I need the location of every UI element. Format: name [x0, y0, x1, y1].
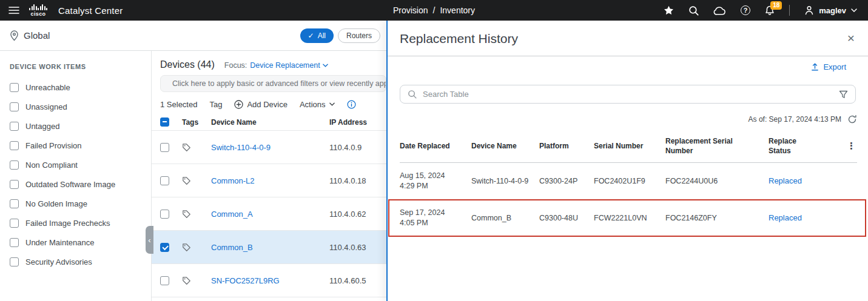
site-bar: Global ✓ All Routers — [0, 21, 386, 51]
checkbox[interactable] — [10, 219, 19, 228]
filter-funnel-icon[interactable] — [839, 90, 848, 99]
device-name: Switch-110-4-0-9 — [471, 176, 539, 187]
sidebar-item-unassigned[interactable]: Unassigned — [10, 97, 145, 116]
checkbox[interactable] — [10, 102, 19, 111]
favorites-star-icon[interactable] — [664, 5, 674, 15]
checkbox[interactable] — [10, 257, 19, 266]
col-date-replaced: Date Replaced — [400, 141, 471, 151]
toggle-all-button[interactable]: ✓ All — [300, 28, 334, 43]
selected-count: 1 Selected — [160, 100, 197, 109]
sidebar-item-unreachable[interactable]: Unreachable — [10, 78, 145, 97]
device-ip: 110.4.0.63 — [329, 243, 386, 252]
collapse-chevron-icon: ‹ — [148, 236, 150, 245]
site-selector[interactable]: Global — [10, 30, 50, 41]
device-name-link[interactable]: SN-FOC2527L9RG — [211, 276, 329, 285]
info-icon[interactable] — [347, 100, 356, 109]
user-icon — [804, 5, 814, 15]
help-icon[interactable]: ? — [741, 5, 750, 15]
history-table-header: Date Replaced Device Name Platform Seria… — [400, 131, 857, 163]
cloud-icon[interactable] — [713, 6, 726, 15]
checkbox[interactable] — [10, 238, 19, 247]
sidebar-item-security-advisories[interactable]: Security Advisories — [10, 252, 145, 271]
device-filter-bar[interactable]: Click here to apply basic or advanced fi… — [160, 75, 386, 92]
row-checkbox[interactable] — [160, 276, 169, 285]
sidebar-item-untagged[interactable]: Untagged — [10, 116, 145, 136]
tag-action[interactable]: Tag — [209, 100, 222, 109]
tag-icon — [182, 210, 211, 219]
notification-count-badge: 18 — [770, 1, 782, 10]
platform: C9300-48U — [539, 213, 594, 223]
toggle-routers-label: Routers — [346, 31, 372, 40]
devices-table: Tags Device Name IP Address Switch-110-4… — [152, 114, 386, 297]
tag-action-label: Tag — [209, 100, 222, 109]
sidebar-item-failed-image-prechecks[interactable]: Failed Image Prechecks — [10, 213, 145, 233]
menu-icon[interactable] — [8, 6, 19, 15]
device-name: Common_B — [471, 213, 539, 223]
sidebar-item-non-compliant[interactable]: Non Compliant — [10, 155, 145, 174]
header-left: cisco Catalyst Center — [0, 4, 123, 17]
product-title: Catalyst Center — [58, 5, 123, 16]
checkbox[interactable] — [10, 141, 19, 150]
checkbox[interactable] — [10, 199, 19, 208]
device-ip: 110.4.0.18 — [329, 176, 386, 185]
replace-status-link[interactable]: Replaced — [769, 176, 827, 187]
focus-dropdown[interactable]: Device Replacement — [250, 61, 328, 70]
add-device-button[interactable]: Add Device — [234, 100, 287, 109]
col-platform: Platform — [539, 141, 594, 151]
breadcrumb-separator: / — [433, 5, 436, 15]
checkbox[interactable] — [10, 83, 19, 92]
row-checkbox[interactable] — [160, 210, 169, 219]
sidebar-item-outdated-software-image[interactable]: Outdated Software Image — [10, 174, 145, 194]
row-checkbox[interactable] — [160, 176, 169, 185]
serial-number: FCW2221L0VN — [594, 213, 665, 223]
export-button[interactable]: Export — [810, 62, 846, 71]
sidebar-item-label: Failed Provision — [25, 141, 82, 150]
row-checkbox[interactable] — [160, 243, 169, 252]
checkbox[interactable] — [10, 122, 19, 131]
sidebar-item-failed-provision[interactable]: Failed Provision — [10, 136, 145, 155]
user-menu[interactable]: maglev — [804, 5, 857, 15]
col-ip-address: IP Address — [329, 118, 386, 127]
checkbox[interactable] — [10, 180, 19, 189]
export-row: Export — [388, 56, 868, 71]
replace-status-link[interactable]: Replaced — [769, 213, 827, 223]
toggle-routers-button[interactable]: Routers — [338, 28, 380, 43]
sidebar-item-label: Failed Image Prechecks — [25, 219, 110, 228]
sidebar-item-under-maintenance[interactable]: Under Maintenance — [10, 233, 145, 252]
device-name-link[interactable]: Common_A — [211, 210, 329, 219]
devices-title: Devices (44) — [160, 59, 215, 70]
column-options-icon[interactable]: ⋮ — [847, 141, 857, 151]
username: maglev — [819, 6, 846, 15]
toggle-all-label: All — [318, 31, 326, 40]
table-search-input[interactable] — [423, 90, 833, 99]
help-question-glyph: ? — [741, 5, 750, 15]
focus-selector: Focus: Device Replacement — [224, 61, 328, 70]
refresh-icon[interactable] — [847, 114, 857, 124]
checkbox[interactable] — [10, 160, 19, 170]
table-row: Switch-110-4-0-9 110.4.0.9 — [152, 131, 386, 164]
row-checkbox[interactable] — [160, 143, 169, 152]
breadcrumb-inventory[interactable]: Inventory — [440, 5, 475, 15]
as-of-row: As of: Sep 17, 2024 4:13 PM — [388, 114, 857, 124]
search-icon[interactable] — [688, 5, 699, 16]
device-ip: 110.4.0.9 — [329, 143, 386, 152]
date-replaced: Sep 17, 2024 4:05 PM — [400, 208, 471, 228]
device-name-link[interactable]: Common-L2 — [211, 176, 329, 185]
site-selector-label: Global — [24, 30, 50, 41]
select-all-checkbox[interactable] — [160, 117, 169, 127]
table-search-bar — [400, 85, 856, 104]
sidebar-item-no-golden-image[interactable]: No Golden Image — [10, 194, 145, 213]
device-name-link[interactable]: Common_B — [211, 243, 329, 252]
sidebar-collapse-handle[interactable]: ‹ — [146, 226, 153, 254]
cisco-logo-bars — [29, 4, 47, 10]
sidebar-title: DEVICE WORK ITEMS — [10, 63, 145, 70]
notifications-bell-icon[interactable]: 18 — [765, 5, 775, 16]
col-device-name: Device Name — [471, 141, 539, 151]
sidebar-item-label: Untagged — [25, 122, 59, 131]
actions-menu[interactable]: Actions — [300, 100, 335, 109]
close-icon[interactable]: × — [847, 31, 855, 44]
breadcrumb-provision[interactable]: Provision — [393, 5, 428, 15]
device-name-link[interactable]: Switch-110-4-0-9 — [211, 143, 329, 152]
col-tags: Tags — [182, 118, 211, 127]
history-row-highlighted: Sep 17, 2024 4:05 PM Common_B C9300-48U … — [400, 200, 857, 237]
